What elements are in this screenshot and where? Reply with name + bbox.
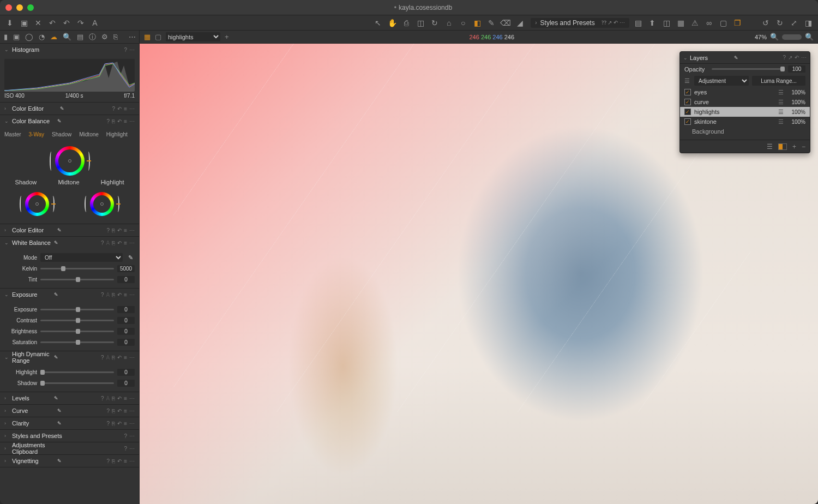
canvas[interactable]: ⌄ Layers ✎ ?↗↶⋯ Opacity 100 ☰ Adjustment… — [140, 44, 818, 504]
help-icon[interactable]: ? — [124, 47, 127, 53]
grid-view-icon[interactable]: ▦ — [675, 17, 686, 28]
help-icon[interactable]: ? — [107, 118, 110, 124]
reset-icon[interactable]: ↶ — [117, 395, 122, 401]
delete-layer-icon[interactable]: − — [802, 143, 805, 151]
text-style-icon[interactable]: A — [89, 17, 100, 28]
more-icon[interactable]: ⋯ — [129, 446, 135, 452]
exposure-header[interactable]: ⌄ Exposure ✎ ?A⎘↶≡⋯ — [0, 289, 139, 301]
auto-icon[interactable]: A — [106, 395, 110, 401]
contrast-value[interactable]: 0 — [117, 317, 135, 324]
layer-check-icon[interactable]: ✓ — [684, 109, 691, 115]
folder-close-icon[interactable]: ✕ — [33, 17, 44, 28]
highlight-wheel[interactable] — [86, 188, 118, 220]
minimize-window-button[interactable] — [16, 4, 23, 11]
hdr-shadow-value[interactable]: 0 — [117, 380, 135, 387]
reset-icon[interactable]: ↶ — [117, 421, 122, 427]
single-view-icon[interactable]: ▢ — [155, 33, 161, 41]
crop-icon[interactable]: ◫ — [415, 17, 426, 28]
layer-selector[interactable]: highlights — [166, 32, 220, 41]
hdr-highlight-slider[interactable] — [40, 371, 114, 373]
more-icon[interactable]: ⋯ — [129, 421, 135, 427]
copy-icon[interactable]: ⎘ — [112, 292, 115, 298]
camera-icon[interactable]: ▣ — [19, 17, 29, 28]
eyedropper-icon[interactable]: ✎ — [126, 254, 135, 261]
tab-midtone[interactable]: Midtone — [79, 131, 99, 137]
styles-header[interactable]: ›Styles and Presets?⋯ — [0, 430, 139, 442]
details-tab-icon[interactable]: 🔍 — [63, 33, 71, 41]
more-icon[interactable]: ⋯ — [129, 292, 135, 298]
histogram-chart[interactable] — [4, 59, 135, 92]
opacity-slider[interactable] — [712, 68, 785, 70]
styles-opts-icon[interactable]: ⁇ ↗ ↶ ⋯ — [602, 20, 625, 26]
hdr-highlight-value[interactable]: 0 — [117, 369, 135, 376]
spot-icon[interactable]: ○ — [458, 17, 468, 28]
vignetting-header[interactable]: ›Vignetting✎?⎘↶≡⋯ — [0, 455, 139, 467]
hdr-shadow-slider[interactable] — [40, 382, 114, 384]
adjust-icon[interactable]: ☰ — [778, 118, 784, 125]
library-tab-icon[interactable]: ▮ — [3, 33, 8, 41]
auto-icon[interactable]: A — [106, 292, 110, 298]
list-icon[interactable]: ≡ — [124, 118, 127, 124]
sidebar-menu-icon[interactable]: ⋯ — [129, 33, 136, 41]
exposure-slider[interactable] — [40, 309, 114, 310]
exposure-tab-icon[interactable]: ☁ — [50, 33, 57, 41]
copy-icon[interactable]: ⎘ — [112, 355, 115, 361]
reset-icon[interactable]: ↶ — [117, 408, 122, 414]
eraser-icon[interactable]: ⌫ — [500, 17, 511, 28]
output-tab-icon[interactable]: ⚙ — [101, 33, 108, 41]
copy-icon[interactable]: ⎘ — [112, 118, 115, 124]
import-icon[interactable]: ⬇ — [4, 17, 15, 28]
color-editor2-header[interactable]: › Color Editor ✎ ?⎘↶≡⋯ — [0, 224, 139, 236]
batch-tab-icon[interactable]: ⎘ — [113, 33, 118, 41]
print-icon[interactable]: ⎙ — [401, 17, 412, 28]
reset-rotate-right-icon[interactable]: ↻ — [774, 17, 785, 28]
adjust-tab-icon[interactable]: ▤ — [77, 33, 83, 41]
styles-presets-dropdown[interactable]: › Styles and Presets ⁇ ↗ ↶ ⋯ — [531, 18, 629, 28]
color-editor-header[interactable]: › Color Editor ✎ ?↶≡⋯ — [0, 103, 139, 115]
adjust-icon[interactable]: ☰ — [778, 99, 784, 106]
brightness-value[interactable]: 0 — [117, 328, 135, 335]
curve-header[interactable]: ›Curve✎?⎘↶≡⋯ — [0, 405, 139, 417]
proof-icon[interactable]: ❐ — [732, 17, 743, 28]
toggle-panel-icon[interactable]: ◨ — [803, 17, 814, 28]
zoom-slider[interactable] — [782, 34, 802, 40]
mask-icon[interactable] — [778, 143, 787, 150]
white-balance-header[interactable]: ⌄ White Balance ✎ ?A⎘↶≡⋯ — [0, 237, 139, 249]
help-icon[interactable]: ? — [124, 446, 127, 452]
reset-icon[interactable]: ↶ — [117, 458, 122, 464]
adjust-icon[interactable]: ☰ — [778, 89, 784, 96]
copy-icon[interactable]: ⎘ — [112, 458, 115, 464]
slideshow-icon[interactable]: ▢ — [718, 17, 729, 28]
expand-icon[interactable]: ↗ — [788, 55, 792, 61]
help-icon[interactable]: ? — [101, 292, 104, 298]
hand-icon[interactable]: ✋ — [387, 17, 398, 28]
tab-highlight[interactable]: Highlight — [106, 131, 128, 137]
list-icon[interactable]: ≡ — [124, 355, 127, 361]
gradient-icon[interactable]: ◢ — [514, 17, 525, 28]
list-icon[interactable]: ≡ — [124, 408, 127, 414]
list-icon[interactable]: ≡ — [124, 292, 127, 298]
focus-mask-icon[interactable]: ∞ — [703, 17, 714, 28]
upload-icon[interactable]: ⬆ — [647, 17, 658, 28]
capture-tab-icon[interactable]: ▣ — [13, 33, 20, 41]
more-icon[interactable]: ⋯ — [129, 227, 135, 233]
lens-tab-icon[interactable]: ◯ — [25, 33, 33, 41]
help-icon[interactable]: ? — [101, 240, 104, 246]
more-icon[interactable]: ⋯ — [129, 433, 135, 439]
hdr-header[interactable]: ⌄ High Dynamic Range ✎ ?A⎘↶≡⋯ — [0, 351, 139, 363]
more-icon[interactable]: ⋯ — [129, 240, 135, 246]
saturation-value[interactable]: 0 — [117, 339, 135, 346]
more-icon[interactable]: ⋯ — [801, 55, 807, 61]
list-icon[interactable]: ≡ — [124, 421, 127, 427]
luma-range-button[interactable]: Luma Range... — [752, 76, 805, 86]
reset-icon[interactable]: ↶ — [117, 355, 122, 361]
help-icon[interactable]: ? — [101, 395, 104, 401]
copy-icon[interactable]: ⎘ — [112, 421, 115, 427]
list-icon[interactable]: ≡ — [124, 395, 127, 401]
maximize-window-button[interactable] — [27, 4, 34, 11]
more-icon[interactable]: ⋯ — [129, 106, 135, 112]
layer-check-icon[interactable]: ✓ — [684, 89, 691, 95]
tint-slider[interactable] — [40, 279, 114, 280]
adjust-icon[interactable]: ☰ — [778, 109, 784, 116]
levels-header[interactable]: ›Levels✎?A⎘↶≡⋯ — [0, 392, 139, 404]
